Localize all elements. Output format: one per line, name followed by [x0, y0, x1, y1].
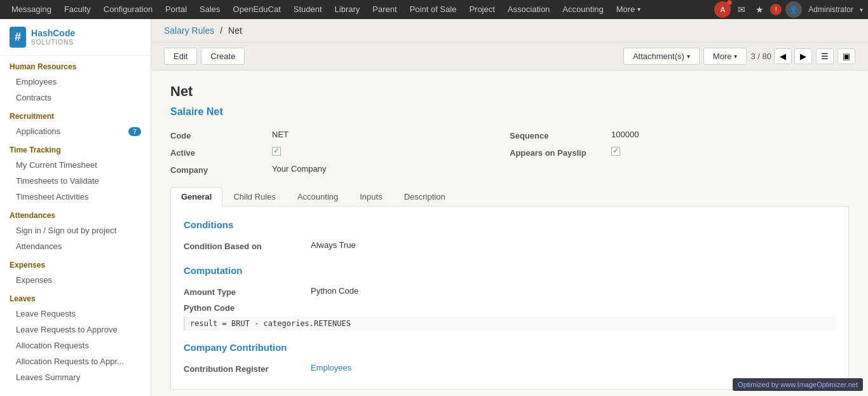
nav-association[interactable]: Association — [501, 0, 556, 19]
sequence-value: 100000 — [611, 130, 639, 139]
section-recruitment: Recruitment — [0, 106, 151, 123]
nav-parent[interactable]: Parent — [366, 0, 403, 19]
condition-based-label: Condition Based on — [184, 240, 311, 251]
more-button[interactable]: More ▾ — [703, 48, 747, 65]
nav-openeducat[interactable]: OpenEduCat — [227, 0, 287, 19]
main-content: Salary Rules / Net Edit Create Attachmen… — [151, 19, 868, 396]
section-time-tracking: Time Tracking — [0, 139, 151, 157]
section-attendances: Attendances — [0, 205, 151, 222]
conditions-title: Conditions — [184, 219, 836, 230]
sidebar-item-expenses[interactable]: Expenses — [0, 272, 151, 288]
sidebar-item-employees[interactable]: Employees — [0, 74, 151, 90]
active-checkbox[interactable] — [272, 147, 281, 156]
content-area: Net Salaire Net Code NET Active Company — [151, 71, 868, 396]
nav-faculty[interactable]: Faculty — [58, 0, 97, 19]
code-row: Code NET — [170, 126, 510, 144]
condition-based-row: Condition Based on Always True — [184, 238, 836, 254]
logo: # HashCode SOLUTIONS — [0, 19, 151, 56]
sidebar-item-attendances[interactable]: Attendances — [0, 238, 151, 254]
top-navigation: Messaging Faculty Configuration Portal S… — [0, 0, 868, 19]
sidebar-item-timesheets-validate[interactable]: Timesheets to Validate — [0, 173, 151, 189]
amount-type-row: Amount Type Python Code — [184, 283, 836, 299]
breadcrumb-separator: / — [220, 25, 225, 36]
sidebar-item-timesheet-activities[interactable]: Timesheet Activities — [0, 189, 151, 205]
optimizer-badge: Optimized by www.ImageOptimizer.net — [733, 378, 863, 391]
tab-inputs[interactable]: Inputs — [349, 187, 393, 207]
nav-accounting[interactable]: Accounting — [556, 0, 609, 19]
edit-button[interactable]: Edit — [164, 48, 197, 65]
create-button[interactable]: Create — [201, 48, 245, 65]
sidebar-item-leave-requests[interactable]: Leave Requests — [0, 306, 151, 322]
amount-type-value: Python Code — [311, 286, 358, 296]
profile-avatar[interactable]: 👤 — [785, 1, 802, 18]
user-avatar: A — [714, 1, 731, 18]
section-expenses: Expenses — [0, 254, 151, 272]
tab-general[interactable]: General — [170, 187, 222, 207]
nav-pos[interactable]: Point of Sale — [403, 0, 463, 19]
record-title: Net — [170, 83, 849, 100]
tab-child-rules[interactable]: Child Rules — [222, 187, 286, 207]
nav-student[interactable]: Student — [287, 0, 329, 19]
tab-content-general: Conditions Condition Based on Always Tru… — [170, 207, 849, 390]
nav-more[interactable]: More ▾ — [610, 0, 648, 19]
sidebar-item-allocation-approve[interactable]: Allocation Requests to Appr... — [0, 353, 151, 369]
sequence-label: Sequence — [510, 130, 611, 140]
logo-text: HashCode SOLUTIONS — [31, 28, 75, 46]
contribution-register-row: Contribution Register Employees — [184, 360, 836, 376]
page-info: 3 / 80 — [750, 51, 771, 61]
python-code-block: result = BRUT - categories.RETENUES — [184, 317, 836, 331]
contribution-register-value: Employees — [311, 363, 351, 372]
sidebar-item-contracts[interactable]: Contracts — [0, 90, 151, 106]
active-label: Active — [170, 147, 272, 158]
breadcrumb-current: Net — [228, 25, 242, 36]
breadcrumb-parent[interactable]: Salary Rules — [164, 25, 214, 36]
appears-checkbox[interactable] — [611, 147, 620, 156]
active-row: Active — [170, 144, 510, 161]
page-navigation: 3 / 80 ◀ ▶ — [750, 48, 812, 64]
sidebar: # HashCode SOLUTIONS Human Resources Emp… — [0, 19, 151, 396]
nav-project[interactable]: Project — [463, 0, 501, 19]
tab-accounting[interactable]: Accounting — [287, 187, 349, 207]
nav-configuration[interactable]: Configuration — [97, 0, 159, 19]
amount-type-label: Amount Type — [184, 286, 311, 297]
computation-section: Computation Amount Type Python Code Pyth… — [184, 265, 836, 331]
mail-icon[interactable]: ✉ — [735, 3, 749, 17]
sidebar-item-sign-in-out[interactable]: Sign in / Sign out by project — [0, 222, 151, 238]
sidebar-item-applications[interactable]: Applications 7 — [0, 123, 151, 139]
prev-page-button[interactable]: ◀ — [774, 48, 792, 64]
attachments-button[interactable]: Attachment(s) ▾ — [623, 48, 700, 65]
sidebar-item-allocation-requests[interactable]: Allocation Requests — [0, 338, 151, 353]
form-view-button[interactable]: ▣ — [837, 48, 855, 64]
nav-sales[interactable]: Sales — [193, 0, 227, 19]
company-label: Company — [170, 164, 272, 175]
user-name[interactable]: Administrator — [806, 5, 856, 14]
nav-library[interactable]: Library — [329, 0, 367, 19]
breadcrumb: Salary Rules / Net — [151, 19, 868, 43]
form-fields: Code NET Active Company Your Company — [170, 126, 849, 178]
attachments-chevron: ▾ — [687, 53, 690, 60]
more-chevron: ▾ — [734, 53, 737, 60]
nav-portal[interactable]: Portal — [159, 0, 193, 19]
user-dropdown-chevron[interactable]: ▾ — [860, 6, 863, 13]
sidebar-item-current-timesheet[interactable]: My Current Timesheet — [0, 157, 151, 173]
nav-messaging[interactable]: Messaging — [5, 0, 58, 19]
sequence-row: Sequence 100000 — [510, 126, 849, 144]
section-leaves: Leaves — [0, 288, 151, 306]
appears-label: Appears on Payslip — [510, 147, 611, 158]
section-human-resources: Human Resources — [0, 56, 151, 74]
star-icon[interactable]: ★ — [752, 3, 766, 17]
logo-icon: # — [10, 27, 26, 48]
contribution-section: Company Contribution Contribution Regist… — [184, 342, 836, 376]
list-view-button[interactable]: ☰ — [816, 48, 834, 64]
computation-title: Computation — [184, 265, 836, 276]
sidebar-item-leave-requests-approve[interactable]: Leave Requests to Approve — [0, 322, 151, 338]
code-label: Code — [170, 130, 272, 140]
sidebar-item-leaves-summary[interactable]: Leaves Summary — [0, 369, 151, 385]
conditions-section: Conditions Condition Based on Always Tru… — [184, 219, 836, 254]
next-page-button[interactable]: ▶ — [794, 48, 812, 64]
code-value: NET — [272, 130, 288, 139]
applications-badge: 7 — [128, 127, 141, 136]
tabs: General Child Rules Accounting Inputs De… — [170, 187, 849, 207]
alert-icon[interactable]: ! — [770, 4, 782, 15]
tab-description[interactable]: Description — [393, 187, 456, 207]
